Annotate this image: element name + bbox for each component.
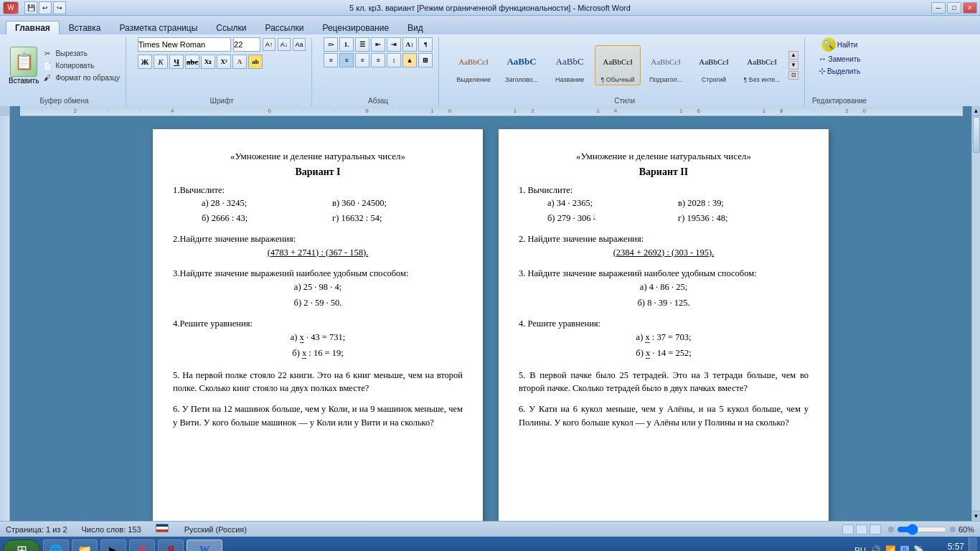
font-shrink-button[interactable]: A↓ (278, 38, 291, 51)
styles-up-arrow[interactable]: ▲ (788, 51, 798, 60)
superscript-button[interactable]: X² (217, 55, 231, 69)
v2-task5: 5. В первой пачке было 25 тетрадей. Это … (519, 369, 809, 396)
styles-group: AaBbCcI Выделение AaBbC Заголово... AaBb… (445, 37, 805, 106)
style-heading1[interactable]: AaBbC Заголово... (499, 45, 545, 85)
select-icon: ⊹ (819, 66, 826, 76)
v2-t4a: а) x : 37 = 703; (519, 329, 809, 346)
styles-expand-arrow[interactable]: ⊡ (788, 71, 798, 80)
style-name[interactable]: AaBbC Название (547, 45, 593, 85)
font-grow-button[interactable]: A↑ (263, 38, 275, 51)
style-strict[interactable]: AaBbCcI Строгий (691, 45, 737, 85)
replace-button[interactable]: ↔ Заменить (819, 54, 861, 64)
show-formatting-button[interactable]: ¶ (418, 37, 433, 52)
multilevel-button[interactable]: ☰ (355, 37, 369, 52)
bullets-button[interactable]: ≡• (324, 37, 338, 52)
tab-insert[interactable]: Вставка (60, 21, 110, 34)
style-selection[interactable]: AaBbCcI Выделение (451, 45, 496, 85)
view-web-btn[interactable] (870, 524, 881, 534)
v1-title: «Умножение и деление натуральных чисел» (173, 151, 463, 162)
format-painter-button[interactable]: 🖌 Формат по образцу (42, 72, 120, 83)
v2-task6: 6. У Кати на 6 кукол меньше, чем у Алёны… (519, 402, 809, 430)
subscript-button[interactable]: X₂ (201, 55, 215, 69)
copy-button[interactable]: 📄 Копировать (42, 60, 120, 71)
sound-icon[interactable]: 🔊 (870, 545, 881, 551)
yandex2-button[interactable]: Я (158, 540, 184, 551)
quick-redo-btn[interactable]: ↪ (53, 1, 66, 14)
tab-references[interactable]: Ссылки (207, 21, 255, 34)
underline-button[interactable]: Ч (169, 55, 184, 69)
vertical-scrollbar[interactable]: ▲ ▼ (971, 106, 980, 521)
scrollbar-up-btn[interactable]: ▲ (972, 106, 981, 116)
styles-scroll-arrows[interactable]: ▲ ▼ ⊡ (788, 51, 798, 80)
bluetooth-icon[interactable]: 🅱 (900, 545, 909, 551)
start-button[interactable]: ⊞ (3, 540, 40, 551)
line-spacing-button[interactable]: ↕ (387, 53, 401, 67)
justify-button[interactable]: ≡ (371, 53, 385, 67)
yandex-button[interactable]: Я (129, 540, 155, 551)
scrollbar-thumb[interactable] (973, 117, 980, 153)
minimize-button[interactable]: ─ (931, 2, 946, 14)
view-normal-btn[interactable] (842, 524, 854, 534)
view-layout-btn[interactable] (856, 524, 867, 534)
maximize-button[interactable]: □ (947, 2, 961, 14)
strikethrough-button[interactable]: abc (185, 55, 199, 69)
decrease-indent-button[interactable]: ⇤ (371, 37, 385, 52)
zoom-slider[interactable] (897, 527, 947, 532)
shading-button[interactable]: ▲ (402, 53, 417, 67)
align-center-button[interactable]: ≡ (339, 53, 354, 67)
v1-task4: 4.Решите уравнения: а) x · 43 = 731; б) … (173, 319, 463, 362)
select-button[interactable]: ⊹ Выделить (819, 66, 860, 76)
bold-button[interactable]: Ж (138, 55, 152, 69)
word-taskbar-button[interactable]: W (187, 540, 222, 551)
v1-task5: 5. На первой полке стояло 22 книги. Это … (173, 369, 463, 396)
font-size-input[interactable] (233, 37, 260, 52)
numbering-button[interactable]: 1. (339, 37, 354, 52)
scrollbar-down-btn[interactable]: ▼ (972, 511, 981, 521)
borders-button[interactable]: ⊞ (418, 53, 433, 67)
office-logo[interactable]: W (3, 1, 19, 14)
ie-button[interactable]: 🌐 (43, 540, 69, 551)
tab-review[interactable]: Рецензирование (313, 21, 398, 34)
v2-t1b: б) 279 · 306 ; (547, 211, 678, 226)
close-button[interactable]: ✕ (963, 2, 977, 14)
tab-home[interactable]: Главная (6, 21, 60, 34)
text-color-button[interactable]: A (232, 55, 247, 69)
styles-down-arrow[interactable]: ▼ (788, 61, 798, 70)
paste-button[interactable]: 📋 Вставить (9, 47, 39, 85)
quick-undo-btn[interactable]: ↩ (39, 1, 52, 14)
align-right-button[interactable]: ≡ (355, 53, 369, 67)
word-taskbar-icon: W (199, 545, 209, 551)
font-format-row: Ж К Ч abc X₂ X² A ab (138, 55, 263, 69)
align-left-button[interactable]: ≡ (324, 53, 338, 67)
tab-layout[interactable]: Разметка страницы (110, 21, 207, 34)
style-normal[interactable]: AaBbCcI ¶ Обычный (595, 45, 641, 85)
v1-task2-title: 2.Найдите значение выражения: (173, 234, 463, 245)
v2-task1-title: 1. Вычислите: (519, 185, 809, 196)
view-buttons (842, 524, 881, 534)
tab-view[interactable]: Вид (398, 21, 433, 34)
find-button[interactable]: 🔍 Найти (821, 37, 858, 52)
quick-save-btn[interactable]: 💾 (24, 1, 37, 14)
italic-button[interactable]: К (154, 55, 168, 69)
ruler-horizontal: · 2 · · 4 · · 6 · · 8 · 10 · 12 · 14 · 1… (20, 106, 963, 116)
document-scroll-area[interactable]: · 2 · · 4 · · 6 · · 8 · 10 · 12 · 14 · 1… (10, 106, 971, 521)
font-name-input[interactable] (138, 37, 231, 52)
font-label: Шрифт (132, 97, 311, 105)
explorer-button[interactable]: 📁 (72, 540, 98, 551)
network-icon[interactable]: 📶 (885, 545, 896, 551)
style-no-interval[interactable]: AaBbCcI ¶ Без инте... (739, 45, 785, 85)
zoom-out-btn[interactable] (888, 527, 894, 532)
v1-t4a: а) x · 43 = 731; (173, 329, 463, 346)
sort-button[interactable]: A↕ (402, 37, 417, 52)
explorer-icon: 📁 (77, 544, 92, 552)
show-desktop-btn[interactable] (969, 537, 977, 551)
cut-button[interactable]: ✂ Вырезать (42, 47, 120, 59)
increase-indent-button[interactable]: ⇥ (387, 37, 401, 52)
zoom-in-btn[interactable] (950, 527, 956, 532)
tab-mailings[interactable]: Рассылки (256, 21, 314, 34)
style-subheading[interactable]: AaBbCcI Подзагол... (643, 45, 689, 85)
media-button[interactable]: ▶ (100, 540, 126, 551)
signal-icon[interactable]: 📡 (913, 545, 924, 551)
clear-format-button[interactable]: Aa (293, 38, 306, 51)
highlight-button[interactable]: ab (248, 55, 263, 69)
